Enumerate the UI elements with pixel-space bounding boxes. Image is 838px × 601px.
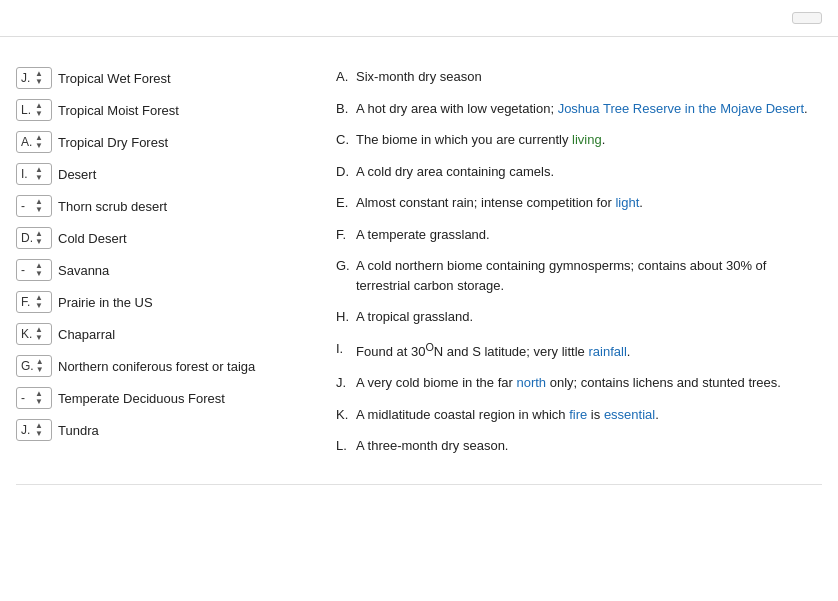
char-description: A very cold biome in the far north only;… (356, 373, 822, 393)
dropdown-arrows-icon: ▲▼ (35, 262, 43, 278)
biome-dropdown-7[interactable]: -▲▼ (16, 259, 52, 281)
biome-row: J.▲▼Tropical Wet Forest (16, 67, 316, 89)
dropdown-arrows-icon: ▲▼ (35, 166, 43, 182)
characteristic-item: G.A cold northern biome containing gymno… (336, 256, 822, 295)
char-description: A cold northern biome containing gymnosp… (356, 256, 822, 295)
biome-row: -▲▼Temperate Deciduous Forest (16, 387, 316, 409)
dropdown-arrows-icon: ▲▼ (35, 134, 43, 150)
biome-selected-value: L. (21, 103, 33, 117)
biome-list: J.▲▼Tropical Wet ForestL.▲▼Tropical Mois… (16, 67, 316, 468)
instructions (0, 37, 838, 59)
char-letter: E. (336, 193, 350, 213)
biome-dropdown-2[interactable]: L.▲▼ (16, 99, 52, 121)
biome-name: Savanna (58, 263, 109, 278)
header-right (782, 12, 822, 24)
biome-name: Prairie in the US (58, 295, 153, 310)
characteristic-item: E.Almost constant rain; intense competit… (336, 193, 822, 213)
char-description: Almost constant rain; intense competitio… (356, 193, 822, 213)
char-letter: J. (336, 373, 350, 393)
char-letter: L. (336, 436, 350, 456)
page: J.▲▼Tropical Wet ForestL.▲▼Tropical Mois… (0, 0, 838, 601)
dropdown-arrows-icon: ▲▼ (35, 102, 43, 118)
char-letter: C. (336, 130, 350, 150)
char-letter: F. (336, 225, 350, 245)
char-description: Six-month dry season (356, 67, 822, 87)
biome-row: L.▲▼Tropical Moist Forest (16, 99, 316, 121)
biome-name: Thorn scrub desert (58, 199, 167, 214)
characteristic-item: B.A hot dry area with low vegetation; Jo… (336, 99, 822, 119)
biome-name: Tropical Dry Forest (58, 135, 168, 150)
biome-row: A.▲▼Tropical Dry Forest (16, 131, 316, 153)
biome-dropdown-6[interactable]: D.▲▼ (16, 227, 52, 249)
dropdown-arrows-icon: ▲▼ (35, 294, 43, 310)
char-letter: I. (336, 339, 350, 362)
dropdown-arrows-icon: ▲▼ (35, 390, 43, 406)
biome-selected-value: - (21, 391, 33, 405)
char-description: A midlatitude coastal region in which fi… (356, 405, 822, 425)
characteristic-item: F.A temperate grassland. (336, 225, 822, 245)
biome-dropdown-12[interactable]: J.▲▼ (16, 419, 52, 441)
char-highlight: living (572, 132, 602, 147)
biome-name: Chaparral (58, 327, 115, 342)
characteristic-item: K.A midlatitude coastal region in which … (336, 405, 822, 425)
dropdown-arrows-icon: ▲▼ (36, 358, 44, 374)
characteristics-list: A.Six-month dry seasonB.A hot dry area w… (336, 67, 822, 468)
char-description: A cold dry area containing camels. (356, 162, 822, 182)
biome-dropdown-5[interactable]: -▲▼ (16, 195, 52, 217)
characteristic-item: C.The biome in which you are currently l… (336, 130, 822, 150)
dropdown-arrows-icon: ▲▼ (35, 70, 43, 86)
biome-dropdown-9[interactable]: K.▲▼ (16, 323, 52, 345)
biome-selected-value: I. (21, 167, 33, 181)
main-content: J.▲▼Tropical Wet ForestL.▲▼Tropical Mois… (0, 59, 838, 484)
question-header (0, 0, 838, 37)
dropdown-arrows-icon: ▲▼ (35, 230, 43, 246)
biome-selected-value: - (21, 263, 33, 277)
characteristic-item: H.A tropical grassland. (336, 307, 822, 327)
char-link: light (615, 195, 639, 210)
save-answer-button[interactable] (792, 12, 822, 24)
biome-dropdown-8[interactable]: F.▲▼ (16, 291, 52, 313)
char-link: rainfall (588, 344, 626, 359)
char-description: A tropical grassland. (356, 307, 822, 327)
biome-dropdown-10[interactable]: G.▲▼ (16, 355, 52, 377)
dropdown-arrows-icon: ▲▼ (35, 422, 43, 438)
char-letter: A. (336, 67, 350, 87)
biome-dropdown-11[interactable]: -▲▼ (16, 387, 52, 409)
char-letter: B. (336, 99, 350, 119)
biome-selected-value: - (21, 199, 33, 213)
biome-name: Desert (58, 167, 96, 182)
biome-name: Tundra (58, 423, 99, 438)
biome-dropdown-1[interactable]: J.▲▼ (16, 67, 52, 89)
char-description: A hot dry area with low vegetation; Josh… (356, 99, 822, 119)
biome-name: Cold Desert (58, 231, 127, 246)
char-letter: H. (336, 307, 350, 327)
char-description: A three-month dry season. (356, 436, 822, 456)
biome-dropdown-4[interactable]: I.▲▼ (16, 163, 52, 185)
biome-row: K.▲▼Chaparral (16, 323, 316, 345)
biome-row: F.▲▼Prairie in the US (16, 291, 316, 313)
characteristic-item: J.A very cold biome in the far north onl… (336, 373, 822, 393)
biome-selected-value: D. (21, 231, 33, 245)
biome-selected-value: J. (21, 423, 33, 437)
biome-selected-value: J. (21, 71, 33, 85)
biome-row: I.▲▼Desert (16, 163, 316, 185)
biome-name: Tropical Wet Forest (58, 71, 171, 86)
biome-row: -▲▼Thorn scrub desert (16, 195, 316, 217)
char-link: north (516, 375, 546, 390)
char-description: A temperate grassland. (356, 225, 822, 245)
bottom-divider (16, 484, 822, 485)
biome-name: Temperate Deciduous Forest (58, 391, 225, 406)
char-letter: K. (336, 405, 350, 425)
dropdown-arrows-icon: ▲▼ (35, 198, 43, 214)
char-letter: D. (336, 162, 350, 182)
char-link: fire (569, 407, 587, 422)
characteristic-item: D.A cold dry area containing camels. (336, 162, 822, 182)
dropdown-arrows-icon: ▲▼ (35, 326, 43, 342)
biome-selected-value: G. (21, 359, 34, 373)
biome-row: D.▲▼Cold Desert (16, 227, 316, 249)
biome-row: -▲▼Savanna (16, 259, 316, 281)
biome-dropdown-3[interactable]: A.▲▼ (16, 131, 52, 153)
characteristic-item: A.Six-month dry season (336, 67, 822, 87)
biome-selected-value: K. (21, 327, 33, 341)
biome-selected-value: F. (21, 295, 33, 309)
